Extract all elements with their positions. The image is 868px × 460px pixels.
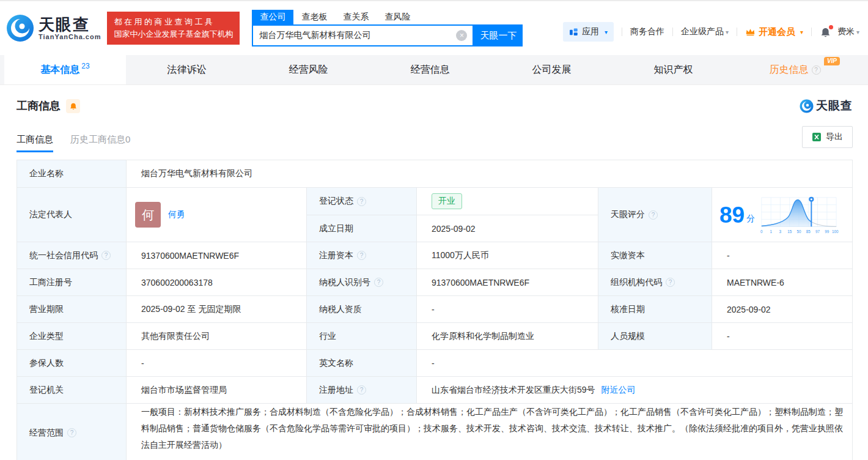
english-name-label-cell: 英文名称 [306, 350, 416, 376]
business-coop-link[interactable]: 商务合作 [630, 26, 664, 37]
approval-date-value: 2025-09-02 [712, 296, 852, 322]
vip-label: 开通会员 [759, 26, 795, 38]
credit-code-value: 91370600MAETNRWE6F [126, 242, 306, 269]
tab-intellectual-property[interactable]: 知识产权 [612, 55, 734, 84]
business-scope-label-cell: 经营范围 ? [17, 404, 126, 460]
export-button[interactable]: 导出 [802, 126, 853, 148]
tab-basic-info-count: 23 [81, 62, 89, 70]
tab-legal-litigation[interactable]: 法律诉讼 [126, 55, 248, 84]
notifications-bell-icon[interactable] [820, 27, 831, 37]
row-legal-rep-status-score: 法定代表人 何 何勇 登记状态 ? 开业 成立日期 2025-09-02 天眼评… [17, 187, 852, 242]
search-tabs: 查公司 查老板 查关系 查风险 [252, 10, 523, 24]
row-company-name: 企业名称 烟台万华电气新材料有限公司 [17, 160, 852, 187]
svg-text:3: 3 [779, 229, 782, 234]
company-name-label-cell: 企业名称 [17, 160, 126, 187]
tab-operating-risk[interactable]: 经营风险 [248, 55, 369, 84]
tab-basic-info-label: 基本信息 [40, 64, 79, 76]
taxpayer-quality-value: - [416, 296, 598, 322]
taxpayer-quality-label-cell: 纳税人资质 [306, 296, 416, 322]
search-tab-relation[interactable]: 查关系 [335, 10, 377, 24]
reg-address-value: 山东省烟台市经济技术开发区重庆大街59号 [432, 385, 595, 396]
enterprise-products-menu[interactable]: 企业级产品▾ [681, 26, 729, 37]
watermark-logo-icon [800, 99, 814, 113]
legal-rep-avatar: 何 [135, 202, 161, 228]
subtab-row: 工商信息 历史工商信息0 导出 [0, 114, 868, 150]
business-scope-help-icon[interactable]: ? [67, 428, 76, 437]
nav-divider [737, 28, 737, 36]
org-code-label: 组织机构代码 [611, 277, 662, 288]
nav-divider [672, 28, 673, 36]
history-help-icon[interactable]: ? [812, 65, 821, 75]
open-vip-button[interactable]: 开通会员 ▾ [745, 26, 803, 38]
search-button[interactable]: 天眼一下 [474, 24, 523, 46]
search-row: × 天眼一下 [252, 24, 523, 46]
logo-cn-text: 天眼查 [39, 16, 101, 34]
score-distribution-chart: 0 1 3 15 50 85 97 99 100 [758, 193, 839, 237]
search-tab-boss[interactable]: 查老板 [293, 10, 335, 24]
taxpayer-id-label-cell: 纳税人识别号 ? [306, 269, 416, 295]
search-tab-company[interactable]: 查公司 [252, 10, 293, 24]
logo-domain-text: TianYanCha.com [39, 33, 101, 40]
reg-status-label: 登记状态 [319, 196, 353, 207]
business-term-value: 2025-09-02 至 无固定期限 [126, 296, 306, 322]
search-input[interactable] [253, 31, 456, 40]
enterprise-products-label: 企业级产品 [681, 26, 724, 36]
score-value-cell: 89 分 0 1 3 15 [712, 188, 852, 242]
est-date-label-cell: 成立日期 [306, 215, 416, 242]
credit-code-label: 统一社会信用代码 [29, 250, 98, 261]
reg-capital-label: 注册资本 [319, 250, 353, 261]
enterprise-caret-icon: ▾ [726, 29, 729, 35]
tab-history-info[interactable]: 历史信息 ? VIP [734, 55, 856, 84]
company-name-label: 企业名称 [29, 168, 64, 179]
svg-text:1: 1 [770, 229, 773, 234]
legal-rep-label-cell: 法定代表人 [17, 188, 126, 242]
row-insured-english: 参保人数 - 英文名称 - [17, 349, 852, 376]
user-menu[interactable]: 费米▾ [837, 26, 859, 37]
approval-date-label-cell: 核准日期 [598, 296, 712, 322]
reg-address-help-icon[interactable]: ? [357, 385, 366, 395]
nearby-companies-link[interactable]: 附近公司 [601, 385, 636, 396]
follow-bell-icon[interactable] [66, 99, 80, 113]
search-tab-risk[interactable]: 查风险 [377, 10, 418, 24]
subtab-business-info[interactable]: 工商信息 [17, 134, 53, 146]
english-name-value: - [416, 350, 852, 376]
taxpayer-id-label: 纳税人识别号 [319, 277, 370, 288]
clear-search-icon[interactable]: × [456, 30, 467, 41]
excel-icon [812, 132, 822, 142]
est-date-label: 成立日期 [319, 223, 353, 234]
insured-count-value: - [126, 350, 306, 376]
legal-rep-label: 法定代表人 [29, 209, 72, 220]
business-term-label: 营业期限 [29, 304, 64, 315]
reg-status-help-icon[interactable]: ? [357, 197, 366, 206]
company-type-value: 其他有限责任公司 [126, 323, 306, 349]
subtab-history-business-info[interactable]: 历史工商信息0 [70, 134, 130, 146]
insured-count-label: 参保人数 [29, 358, 64, 369]
apps-menu-button[interactable]: 应用 ▾ [563, 22, 614, 42]
staff-size-label-cell: 人员规模 [598, 323, 712, 349]
reg-capital-help-icon[interactable]: ? [357, 251, 366, 260]
company-page-tabs: 基本信息 23 法律诉讼 经营风险 经营信息 公司发展 知识产权 历史信息 ? … [0, 55, 868, 85]
reg-number-value: 370600200063178 [126, 269, 306, 295]
tianyancha-logo-icon [6, 14, 34, 42]
row-regnum-taxid-orgcode: 工商注册号 370600200063178 纳税人识别号 ? 91370600M… [17, 269, 852, 295]
tianyancha-logo[interactable]: 天眼查 TianYanCha.com [6, 14, 101, 42]
org-code-label-cell: 组织机构代码 ? [598, 269, 712, 295]
credit-code-help-icon[interactable]: ? [101, 251, 111, 260]
search-area: 查公司 查老板 查关系 查风险 × 天眼一下 [252, 10, 523, 46]
org-code-help-icon[interactable]: ? [666, 278, 675, 287]
tab-operating-info[interactable]: 经营信息 [369, 55, 491, 84]
company-type-label-cell: 企业类型 [17, 323, 126, 349]
taxpayer-id-help-icon[interactable]: ? [374, 278, 383, 287]
vip-caret-icon: ▾ [800, 29, 803, 35]
legal-rep-name-link[interactable]: 何勇 [168, 209, 185, 220]
apps-grid-icon [569, 28, 578, 37]
tab-basic-info[interactable]: 基本信息 23 [4, 55, 126, 84]
reg-address-label: 注册地址 [319, 385, 353, 396]
reg-capital-label-cell: 注册资本 ? [306, 242, 416, 269]
business-term-label-cell: 营业期限 [17, 296, 126, 322]
watermark-text: 天眼查 [816, 98, 853, 114]
tab-company-development[interactable]: 公司发展 [491, 55, 612, 84]
org-code-value: MAETNRWE-6 [712, 269, 852, 295]
score-help-icon[interactable]: ? [649, 210, 658, 220]
svg-text:0: 0 [760, 229, 763, 234]
